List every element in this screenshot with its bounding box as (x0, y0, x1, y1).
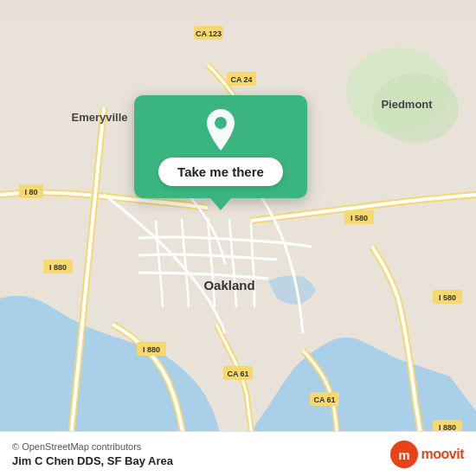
svg-text:I 880: I 880 (143, 345, 160, 354)
popup-card: Take me there (134, 95, 307, 198)
svg-text:I 580: I 580 (351, 214, 368, 222)
svg-text:Emeryville: Emeryville (71, 111, 127, 124)
svg-text:CA 24: CA 24 (230, 75, 252, 84)
svg-text:I 880: I 880 (49, 263, 67, 272)
place-name: Jim C Chen DDS, SF Bay Area (12, 454, 173, 467)
svg-point-26 (215, 117, 227, 129)
svg-text:Oakland: Oakland (203, 278, 254, 293)
take-me-there-button[interactable]: Take me there (158, 158, 283, 186)
svg-text:CA 61: CA 61 (313, 396, 335, 404)
svg-text:m: m (398, 447, 409, 461)
moovit-icon: m (390, 441, 418, 468)
moovit-brand-text: moovit (421, 447, 464, 462)
location-icon-wrapper (202, 111, 240, 149)
map-background: I 80 I 880 I 880 I 880 CA 24 I 580 I 580… (0, 0, 476, 476)
map-container: I 80 I 880 I 880 I 880 CA 24 I 580 I 580… (0, 0, 476, 476)
map-attribution: © OpenStreetMap contributors (12, 441, 173, 452)
svg-text:CA 61: CA 61 (227, 370, 248, 378)
location-pin-icon (203, 109, 239, 151)
svg-text:CA 123: CA 123 (196, 29, 222, 38)
svg-text:I 80: I 80 (24, 188, 37, 196)
bottom-bar: © OpenStreetMap contributors Jim C Chen … (0, 431, 476, 476)
svg-text:I 580: I 580 (439, 293, 456, 302)
svg-text:Piedmont: Piedmont (381, 98, 433, 111)
moovit-logo: m moovit (390, 441, 464, 468)
